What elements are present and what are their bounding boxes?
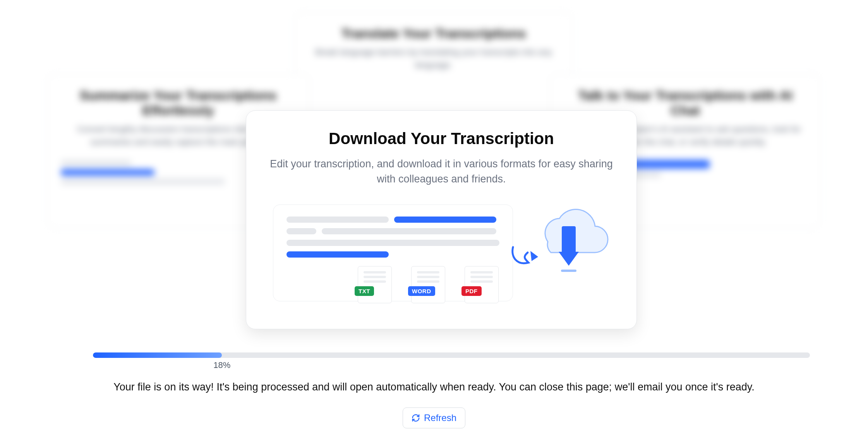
- refresh-button[interactable]: Refresh: [403, 407, 465, 428]
- progress-percent-label: 18%: [213, 360, 230, 370]
- svg-rect-0: [562, 226, 576, 253]
- download-transcription-card: Download Your Transcription Edit your tr…: [246, 110, 637, 329]
- bg-card-sub: Break language barriers by translating y…: [309, 46, 559, 71]
- download-illustration: TXT WORD PDF: [273, 201, 610, 301]
- format-chip-pdf: PDF: [465, 266, 499, 303]
- card-description: Edit your transcription, and download it…: [269, 156, 614, 187]
- cloud-download-icon: [525, 199, 610, 284]
- format-chip-txt: TXT: [358, 266, 392, 303]
- bg-card-title: Translate Your Transcriptions: [309, 26, 559, 41]
- svg-rect-1: [561, 270, 576, 272]
- processing-status-text: Your file is on its way! It's being proc…: [0, 381, 868, 393]
- refresh-button-label: Refresh: [424, 412, 456, 423]
- upload-progress: 18%: [93, 352, 810, 358]
- progress-bar-track: [93, 352, 810, 358]
- format-chips: TXT WORD PDF: [358, 266, 499, 303]
- format-label: TXT: [355, 286, 374, 296]
- refresh-icon: [412, 414, 420, 422]
- progress-bar-fill: [93, 352, 222, 358]
- format-label: WORD: [408, 286, 435, 296]
- transcript-preview: TXT WORD PDF: [273, 205, 513, 301]
- format-chip-word: WORD: [411, 266, 445, 303]
- card-title: Download Your Transcription: [329, 129, 554, 148]
- format-label: PDF: [461, 286, 482, 296]
